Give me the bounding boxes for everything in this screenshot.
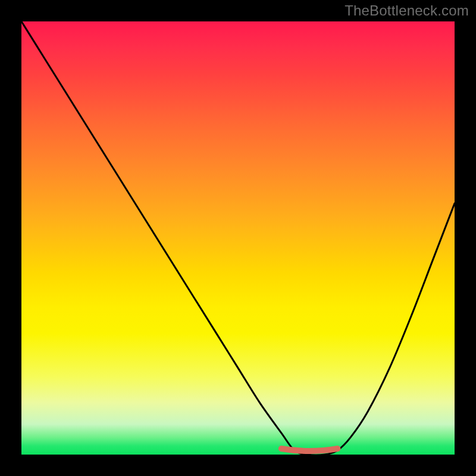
plot-area xyxy=(21,21,455,455)
watermark-text: TheBottleneck.com xyxy=(345,2,469,19)
bottleneck-curve-svg xyxy=(21,21,455,455)
compatibility-range-marker xyxy=(281,449,338,451)
bottleneck-curve xyxy=(21,21,455,455)
chart-frame: TheBottleneck.com xyxy=(0,0,476,476)
